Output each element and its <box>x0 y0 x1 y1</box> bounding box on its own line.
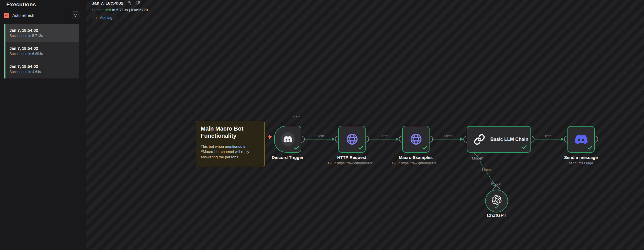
dot-icon <box>293 116 294 117</box>
node-label-discord-trigger: Discord Trigger <box>253 155 322 160</box>
sticky-note-title: Main Macro Bot Functionality <box>201 125 260 139</box>
run-title: Jan 7, 18:54:02 <box>92 1 123 6</box>
connection-items-label: 1 item <box>435 134 461 138</box>
success-check-icon <box>422 145 428 151</box>
model-label: Model <box>483 181 509 186</box>
openai-icon <box>492 195 501 205</box>
sticky-note[interactable]: Main Macro Bot Functionality This bot wh… <box>196 121 265 167</box>
lightning-trigger-icon <box>267 133 273 141</box>
execution-list-item[interactable]: Jan 7, 18:54:02 Succeeded in 4.64s <box>5 60 79 78</box>
node-inline-label: Basic LLM Chain <box>490 137 528 142</box>
connection-items-label: 1 item <box>307 134 332 138</box>
auto-refresh-checkbox[interactable] <box>4 13 9 18</box>
executions-title: Executions <box>6 1 36 8</box>
funnel-icon <box>73 13 78 17</box>
execution-date: Jan 7, 18:54:02 <box>9 28 79 33</box>
execution-date: Jan 7, 18:54:02 <box>9 64 79 69</box>
execution-status: Succeeded in 6.804s <box>9 52 79 56</box>
discord-icon <box>575 135 588 144</box>
node-subtitle-http-request: GET: https://raw.githubuserc... <box>315 161 389 165</box>
required-asterisk: * <box>482 156 483 160</box>
run-status-row: Succeeded in 5.713s | ID#95720 <box>92 8 148 12</box>
thumbs-down-button[interactable] <box>135 1 140 6</box>
node-discord-trigger[interactable] <box>274 126 301 153</box>
globe-icon <box>346 133 359 146</box>
globe-icon <box>409 133 423 146</box>
node-label-http-request: HTTP Request <box>317 155 386 160</box>
thumbs-up-icon <box>127 1 131 5</box>
executions-sidebar: Executions Auto refresh Jan 7, 18:54:02 … <box>0 0 86 250</box>
check-icon <box>5 14 8 17</box>
thumbs-up-button[interactable] <box>127 1 132 6</box>
filter-button[interactable] <box>72 11 79 19</box>
run-status-detail: in 5.713s | ID#95720 <box>111 8 148 12</box>
execution-list: Jan 7, 18:54:02 Succeeded in 5.713s Jan … <box>4 24 79 78</box>
connections-layer <box>86 0 644 250</box>
connection-items-label: 1 item <box>473 168 499 172</box>
node-chatgpt[interactable] <box>485 190 508 212</box>
n8n-executions-view: Executions Auto refresh Jan 7, 18:54:02 … <box>0 0 644 250</box>
auto-refresh-row: Auto refresh <box>4 13 34 18</box>
node-macro-examples[interactable] <box>402 126 430 153</box>
success-check-icon <box>587 145 593 151</box>
execution-status: Succeeded in 4.64s <box>9 70 79 74</box>
chain-link-icon <box>474 134 485 145</box>
node-send-a-message[interactable] <box>567 126 595 153</box>
thumbs-down-icon <box>135 1 140 5</box>
success-check-icon <box>494 205 499 210</box>
node-options-button[interactable] <box>292 115 301 119</box>
auto-refresh-label: Auto refresh <box>12 13 34 18</box>
run-status-badge: Succeeded <box>92 8 111 12</box>
discord-icon <box>281 132 295 146</box>
execution-list-item[interactable]: Jan 7, 18:54:02 Succeeded in 6.804s <box>5 42 79 60</box>
execution-list-item[interactable]: Jan 7, 18:54:02 Succeeded in 5.713s <box>5 24 79 42</box>
execution-status: Succeeded in 5.713s <box>9 34 79 38</box>
node-subtitle-send-a-message: send: message <box>544 161 618 165</box>
node-basic-llm-chain[interactable]: Basic LLM Chain <box>467 126 531 153</box>
node-label-chatgpt: ChatGPT <box>462 213 531 218</box>
workflow-canvas[interactable]: Jan 7, 18:54:02 Succeeded in 5.713s | ID… <box>86 0 644 250</box>
add-tag-label: Add tag <box>100 16 112 20</box>
sticky-note-body: This bot when mentioned in #Macro-bot-ch… <box>201 144 260 160</box>
success-check-icon <box>358 145 364 151</box>
connection-items-label: 1 item <box>371 134 397 138</box>
connection-items-label: 1 item <box>534 134 560 138</box>
plus-icon: + <box>95 16 97 20</box>
dot-icon <box>296 116 297 117</box>
add-tag-button[interactable]: + Add tag <box>92 15 116 21</box>
dot-icon <box>298 116 300 117</box>
node-subtitle-macro-examples: GET: https://raw.githubuserc... <box>378 161 453 165</box>
node-label-send-a-message: Send a message <box>547 155 615 160</box>
success-check-icon <box>521 145 527 150</box>
run-header: Jan 7, 18:54:02 Succeeded in 5.713s | ID… <box>92 1 148 21</box>
model-required-label: Model* <box>465 156 491 160</box>
success-check-icon <box>294 145 299 151</box>
node-label-macro-examples: Macro Examples <box>381 155 450 160</box>
execution-date: Jan 7, 18:54:02 <box>9 46 79 51</box>
node-http-request[interactable] <box>338 126 366 153</box>
